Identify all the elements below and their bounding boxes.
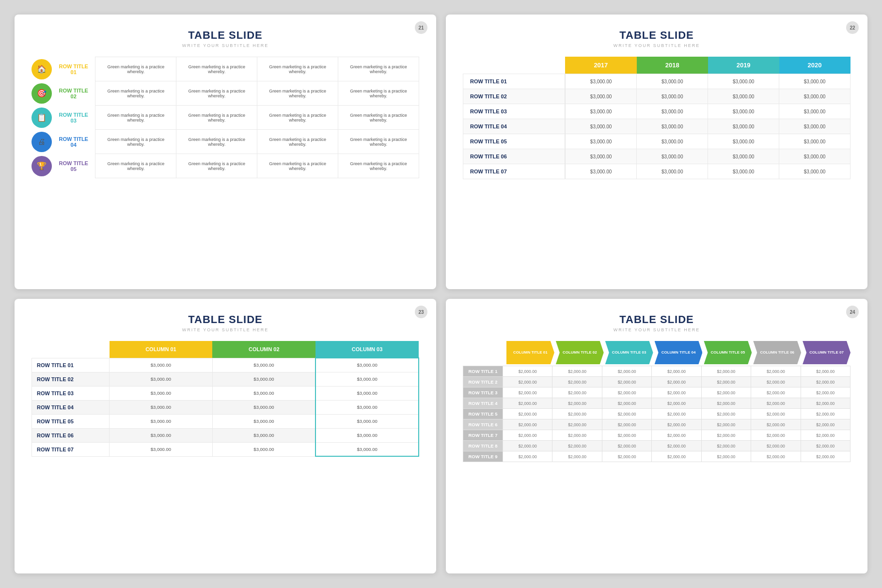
s4-cell-1-2: $2,000.00 — [602, 377, 651, 387]
s2-cell-4-0: $3,000.00 — [565, 134, 637, 149]
s4-cell-6-1: $2,000.00 — [552, 430, 602, 441]
s4-cell-2-3: $2,000.00 — [652, 387, 701, 398]
s2-col-header-0: 2017 — [565, 57, 637, 74]
slide-number-4: 24 — [846, 306, 859, 318]
s2-row-title-3: ROW TITLE 04 — [463, 119, 565, 134]
s2-cell-0-1: $3,000.00 — [637, 74, 708, 89]
s2-row-title-6: ROW TITLE 07 — [463, 164, 565, 179]
s1-icon-3: 🖨 — [32, 132, 52, 152]
s1-label-2: ROW TITLE 03 — [56, 112, 91, 124]
s1-row-title-2: 📋 ROW TITLE 03 — [32, 106, 95, 130]
s2-row-title-2: ROW TITLE 03 — [463, 104, 565, 119]
s3-col-header-0: COLUMN 01 — [110, 341, 213, 358]
s3-row-title-1: ROW TITLE 02 — [32, 372, 110, 386]
s4-cell-3-0: $2,000.00 — [503, 398, 552, 409]
s4-cell-5-6: $2,000.00 — [801, 419, 850, 430]
s2-row-title-4: ROW TITLE 05 — [463, 134, 565, 149]
s3-cell-2-2: $3,000.00 — [315, 386, 419, 400]
s2-row-title-1: ROW TITLE 02 — [463, 89, 565, 104]
s2-cell-4-1: $3,000.00 — [637, 134, 708, 149]
slide-1: 21 TABLE SLIDE WRITE YOUR SUBTITLE HERE … — [15, 15, 436, 289]
s4-row-title-2: ROW TITLE 3 — [463, 387, 503, 398]
s2-cell-2-2: $3,000.00 — [708, 104, 779, 119]
s1-row-title-1: 🎯 ROW TITLE 02 — [32, 81, 95, 106]
s1-label-1: ROW TITLE 02 — [56, 88, 91, 99]
s4-cell-7-2: $2,000.00 — [602, 441, 651, 451]
s4-row-title-7: ROW TITLE 8 — [463, 441, 503, 451]
s4-cell-7-4: $2,000.00 — [701, 441, 751, 451]
slide-2-title: TABLE SLIDE — [463, 29, 850, 42]
s4-row-title-4: ROW TITLE 5 — [463, 409, 503, 419]
s4-cell-6-4: $2,000.00 — [701, 430, 751, 441]
s1-label-0: ROW TITLE 01 — [56, 63, 91, 75]
s4-cell-2-0: $2,000.00 — [503, 387, 552, 398]
s3-cell-1-1: $3,000.00 — [212, 372, 315, 386]
s3-cell-4-2: $3,000.00 — [315, 414, 419, 428]
s4-col-header-5: COLUMN TITLE 06 — [753, 341, 801, 364]
s1-cell-2-3: Green marketing is a practice whereby. — [338, 106, 419, 130]
s1-icon-1: 🎯 — [32, 83, 52, 104]
s1-cell-2-2: Green marketing is a practice whereby. — [257, 106, 338, 130]
s4-col-header-0: COLUMN TITLE 01 — [506, 341, 554, 364]
s2-cell-6-0: $3,000.00 — [565, 164, 637, 179]
s2-cell-1-2: $3,000.00 — [708, 89, 779, 104]
s4-cell-6-5: $2,000.00 — [751, 430, 801, 441]
s4-cell-3-6: $2,000.00 — [801, 398, 850, 409]
s4-cell-1-5: $2,000.00 — [751, 377, 801, 387]
s4-cell-3-2: $2,000.00 — [602, 398, 651, 409]
s2-col-header-3: 2020 — [779, 57, 850, 74]
s2-cell-3-0: $3,000.00 — [565, 119, 637, 134]
s2-cell-3-3: $3,000.00 — [779, 119, 850, 134]
s4-cell-4-3: $2,000.00 — [652, 409, 701, 419]
s1-cell-4-1: Green marketing is a practice whereby. — [176, 154, 257, 178]
s2-cell-5-0: $3,000.00 — [565, 149, 637, 164]
s1-cell-4-3: Green marketing is a practice whereby. — [338, 154, 419, 178]
s3-cell-3-0: $3,000.00 — [110, 400, 213, 414]
s4-col-header-3: COLUMN TITLE 04 — [655, 341, 703, 364]
slide-4-wrapper: COLUMN TITLE 01COLUMN TITLE 02COLUMN TIT… — [463, 341, 850, 462]
s4-cell-4-4: $2,000.00 — [701, 409, 751, 419]
s4-cell-6-3: $2,000.00 — [652, 430, 701, 441]
s1-icon-0: 🏠 — [32, 59, 52, 79]
slide-1-title: TABLE SLIDE — [32, 29, 419, 42]
s4-cell-1-1: $2,000.00 — [552, 377, 602, 387]
s3-cell-1-0: $3,000.00 — [110, 372, 213, 386]
s4-cell-5-5: $2,000.00 — [751, 419, 801, 430]
s2-cell-1-0: $3,000.00 — [565, 89, 637, 104]
s2-cell-4-3: $3,000.00 — [779, 134, 850, 149]
s4-cell-2-4: $2,000.00 — [701, 387, 751, 398]
s4-cell-4-0: $2,000.00 — [503, 409, 552, 419]
s4-cell-5-1: $2,000.00 — [552, 419, 602, 430]
slide-3-subtitle: WRITE YOUR SUBTITLE HERE — [32, 327, 419, 332]
slide-2: 22 TABLE SLIDE WRITE YOUR SUBTITLE HERE … — [446, 15, 867, 289]
s3-cell-2-0: $3,000.00 — [110, 386, 213, 400]
s3-row-title-3: ROW TITLE 04 — [32, 400, 110, 414]
slide-3-table: COLUMN 01COLUMN 02COLUMN 03 ROW TITLE 01… — [32, 341, 419, 457]
s1-cell-4-2: Green marketing is a practice whereby. — [257, 154, 338, 178]
s1-cell-4-0: Green marketing is a practice whereby. — [95, 154, 176, 178]
s4-cell-4-6: $2,000.00 — [801, 409, 850, 419]
s4-row-title-8: ROW TITLE 9 — [463, 451, 503, 462]
s2-cell-5-3: $3,000.00 — [779, 149, 850, 164]
s3-cell-0-1: $3,000.00 — [212, 358, 315, 372]
s1-cell-3-3: Green marketing is a practice whereby. — [338, 130, 419, 154]
s4-cell-0-1: $2,000.00 — [552, 366, 602, 377]
s4-cell-4-2: $2,000.00 — [602, 409, 651, 419]
s4-col-header-1: COLUMN TITLE 02 — [556, 341, 604, 364]
s2-cell-2-0: $3,000.00 — [565, 104, 637, 119]
s4-cell-7-0: $2,000.00 — [503, 441, 552, 451]
s2-cell-3-2: $3,000.00 — [708, 119, 779, 134]
s4-cell-8-0: $2,000.00 — [503, 451, 552, 462]
s2-col-header-1: 2018 — [637, 57, 708, 74]
s4-cell-8-3: $2,000.00 — [652, 451, 701, 462]
s2-cell-1-1: $3,000.00 — [637, 89, 708, 104]
s4-row-title-6: ROW TITLE 7 — [463, 430, 503, 441]
s4-cell-5-2: $2,000.00 — [602, 419, 651, 430]
s4-col-header-6: COLUMN TITLE 07 — [803, 341, 850, 364]
s4-cell-0-0: $2,000.00 — [503, 366, 552, 377]
slide-4: 24 TABLE SLIDE WRITE YOUR SUBTITLE HERE … — [446, 299, 867, 573]
s4-cell-6-2: $2,000.00 — [602, 430, 651, 441]
s3-cell-1-2: $3,000.00 — [315, 372, 419, 386]
slide-1-subtitle: WRITE YOUR SUBTITLE HERE — [32, 43, 419, 48]
s2-cell-6-2: $3,000.00 — [708, 164, 779, 179]
